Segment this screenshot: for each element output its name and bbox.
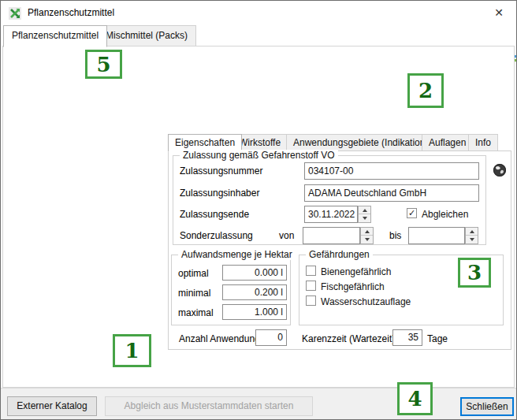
tage-label: Tage bbox=[427, 333, 448, 344]
zulassungsnummer-label: Zulassungsnummer bbox=[180, 165, 262, 177]
tab-mischmittel[interactable]: Mischmittel (Packs) bbox=[97, 25, 196, 46]
title-bar: Pflanzenschutzmittel ✕ bbox=[1, 1, 516, 25]
zulassungsende-spinner[interactable] bbox=[358, 206, 371, 223]
tab-pflanzenschutzmittel[interactable]: Pflanzenschutzmittel bbox=[3, 25, 107, 47]
pflanzenschutzmittel-dialog: Pflanzenschutzmittel ✕ Pflanzenschutzmit… bbox=[0, 0, 517, 420]
sonderzulassung-von-input[interactable] bbox=[303, 227, 360, 244]
karenzzeit-label: Karenzzeit (Wartezeit) bbox=[302, 333, 395, 344]
bienengefaehrlich-checkbox[interactable] bbox=[306, 266, 316, 276]
karenzzeit-input[interactable]: 35 bbox=[392, 329, 422, 346]
optimal-input[interactable]: 0.000 l bbox=[222, 265, 287, 281]
sonderzulassung-label: Sonderzulassung bbox=[180, 230, 253, 241]
bienengefaehrlich-label: Bienengefährlich bbox=[321, 266, 391, 277]
zulassung-legend: Zulassung gemäß Gefahrenstoff VO bbox=[180, 150, 338, 161]
annotation-4: 4 bbox=[397, 382, 433, 415]
anzahl-anwendung-input[interactable]: 0 bbox=[255, 329, 287, 346]
window-title: Pflanzenschutzmittel bbox=[28, 7, 114, 18]
annotation-1: 1 bbox=[113, 334, 151, 367]
von-label: von bbox=[279, 230, 294, 241]
zulassungsende-input[interactable]: 30.11.2022 bbox=[304, 206, 358, 223]
annotation-3: 3 bbox=[458, 258, 491, 288]
zulassungsinhaber-input[interactable]: ADAMA Deutschland GmbH bbox=[304, 184, 479, 202]
annotation-2: 2 bbox=[407, 73, 444, 108]
zulassungsinhaber-label: Zulassungsinhaber bbox=[180, 188, 259, 199]
minimal-label: minimal bbox=[178, 288, 210, 299]
globe-icon[interactable] bbox=[493, 163, 507, 177]
wasserschutzauflage-checkbox[interactable] bbox=[306, 295, 316, 306]
zulassungsende-label: Zulassungsende bbox=[180, 209, 249, 220]
bis-label: bis bbox=[389, 230, 401, 241]
bis-spinner[interactable] bbox=[465, 227, 478, 244]
schliessen-button[interactable]: Schließen bbox=[460, 397, 514, 416]
tab-info[interactable]: Info bbox=[468, 134, 498, 151]
minimal-input[interactable]: 0.200 l bbox=[222, 284, 287, 300]
sonderzulassung-bis-input[interactable] bbox=[408, 227, 465, 244]
zulassungsnummer-input[interactable]: 034107-00 bbox=[304, 162, 479, 180]
abgleichen-checkbox[interactable]: ✓ bbox=[407, 208, 417, 218]
anzahl-anwendung-label: Anzahl Anwendung bbox=[179, 333, 260, 344]
zulassung-group: Zulassung gemäß Gefahrenstoff VO Zulassu… bbox=[173, 155, 486, 245]
externer-katalog-button[interactable]: Externer Katalog bbox=[7, 396, 97, 416]
abgleichen-label: Abgleichen bbox=[422, 209, 468, 220]
annotation-5: 5 bbox=[85, 50, 122, 79]
wasserschutzauflage-label: Wasserschutzauflage bbox=[321, 296, 411, 307]
optimal-label: optimal bbox=[178, 268, 209, 279]
maximal-label: maximal bbox=[178, 307, 214, 318]
aufwandsmenge-group: Aufwandsmenge je Hektar optimal 0.000 l … bbox=[171, 255, 291, 325]
aufwandsmenge-legend: Aufwandsmenge je Hektar bbox=[178, 249, 296, 260]
app-icon bbox=[9, 7, 21, 20]
abgleich-button[interactable]: Abgleich aus Musterstammdaten starten bbox=[105, 396, 313, 416]
tab-anwendungsgebiete[interactable]: Anwendungsgebiete (Indikation) bbox=[286, 134, 435, 151]
von-spinner[interactable] bbox=[360, 227, 374, 244]
fischgefaehrlich-label: Fischgefährlich bbox=[321, 281, 385, 292]
tab-auflagen[interactable]: Auflagen bbox=[422, 134, 473, 151]
gefaehrdungen-legend: Gefährdungen bbox=[306, 249, 373, 260]
fischgefaehrlich-checkbox[interactable] bbox=[306, 281, 316, 291]
close-icon[interactable]: ✕ bbox=[483, 1, 515, 24]
maximal-input[interactable]: 1.000 l bbox=[222, 304, 287, 320]
